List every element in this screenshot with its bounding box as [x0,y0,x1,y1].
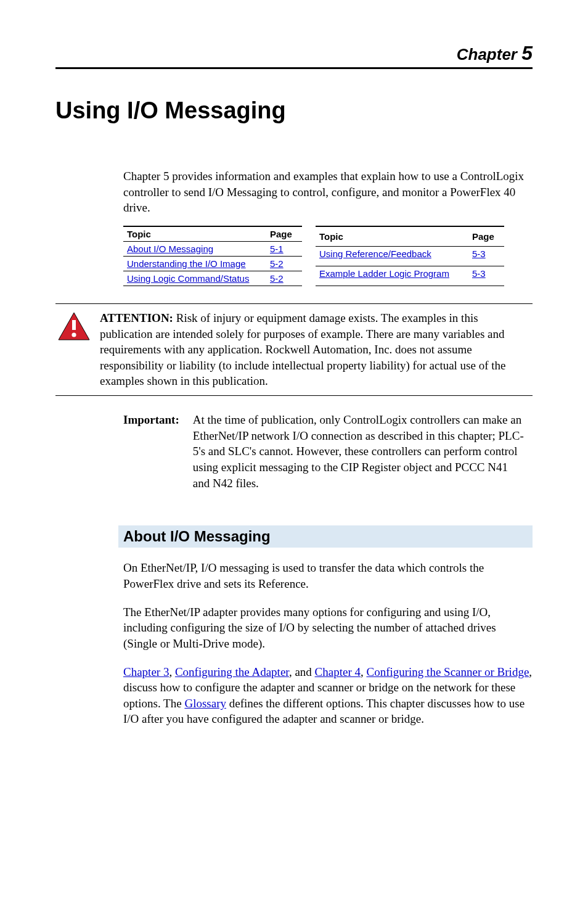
text-sep: , and [289,665,315,678]
attention-lead: ATTENTION: [100,311,173,324]
page-link[interactable]: 5-3 [472,249,486,259]
page-link[interactable]: 5-2 [270,258,284,269]
intro-paragraph: Chapter 5 provides information and examp… [123,168,533,216]
col-page: Page [468,226,504,247]
topic-link[interactable]: About I/O Messaging [127,244,213,254]
warning-icon [55,310,92,389]
topic-link[interactable]: Example Ladder Logic Program [319,268,449,279]
topic-tables: Topic Page About I/O Messaging 5-1 Under… [123,226,533,286]
topic-link[interactable]: Using Logic Command/Status [127,273,249,284]
important-note: Important: At the time of publication, o… [123,412,533,491]
link-glossary[interactable]: Glossary [184,697,226,710]
col-topic: Topic [123,226,266,242]
table-row: Understanding the I/O Image 5-2 [123,256,302,271]
table-header-row: Topic Page [316,226,504,247]
link-configuring-scanner[interactable]: Configuring the Scanner or Bridge [366,665,529,678]
page-link[interactable]: 5-3 [472,268,486,279]
topic-link[interactable]: Using Reference/Feedback [319,249,431,259]
table-row: About I/O Messaging 5-1 [123,241,302,256]
table-row: Using Reference/Feedback 5-3 [316,247,504,266]
col-page: Page [266,226,302,242]
table-header-row: Topic Page [123,226,302,242]
section-heading: About I/O Messaging [118,525,533,548]
important-lead: Important: [123,412,190,428]
page-title: Using I/O Messaging [55,97,533,124]
svg-point-2 [71,332,76,337]
chapter-label: Chapter [457,45,517,64]
link-chapter-4[interactable]: Chapter 4 [315,665,361,678]
page-link[interactable]: 5-1 [270,244,284,254]
link-configuring-adapter[interactable]: Configuring the Adapter [175,665,289,678]
section-p2: The EtherNet/IP adapter provides many op… [123,604,533,652]
section-p1: On EtherNet/IP, I/O messaging is used to… [123,560,533,591]
important-body: At the time of publication, only Control… [193,412,526,491]
page-link[interactable]: 5-2 [270,273,284,284]
link-chapter-3[interactable]: Chapter 3 [123,665,169,678]
col-topic: Topic [316,226,468,247]
text-sep: , [169,665,175,678]
topic-table-left: Topic Page About I/O Messaging 5-1 Under… [123,226,302,286]
section-p3: Chapter 3, Configuring the Adapter, and … [123,664,533,728]
svg-rect-1 [72,320,76,330]
chapter-number: 5 [521,42,533,64]
table-row: Example Ladder Logic Program 5-3 [316,266,504,286]
topic-link[interactable]: Understanding the I/O Image [127,258,246,269]
chapter-header: Chapter 5 [55,42,533,69]
attention-text: ATTENTION: Risk of injury or equipment d… [100,310,533,389]
table-row: Using Logic Command/Status 5-2 [123,271,302,286]
attention-callout: ATTENTION: Risk of injury or equipment d… [55,303,533,396]
topic-table-right: Topic Page Using Reference/Feedback 5-3 … [316,226,504,286]
